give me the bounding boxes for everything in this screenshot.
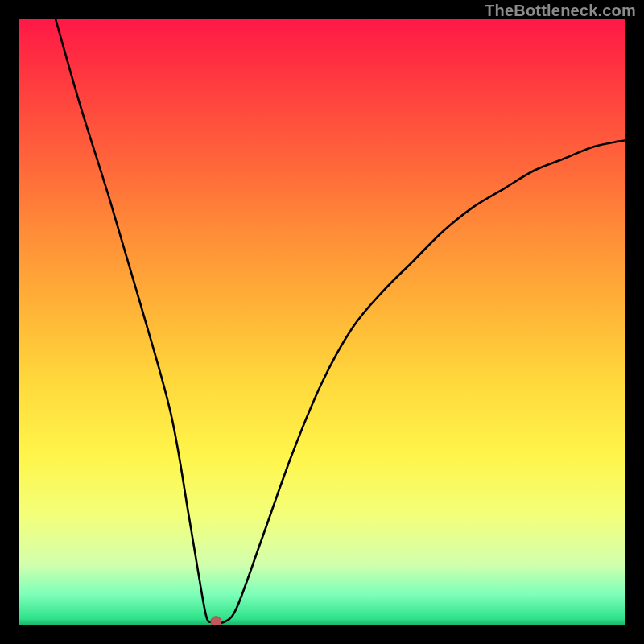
line-chart-svg <box>19 19 625 625</box>
plot-area <box>19 19 625 625</box>
chart-frame: TheBottleneck.com <box>0 0 644 644</box>
bottleneck-curve-path <box>56 19 625 623</box>
watermark-text: TheBottleneck.com <box>485 2 636 20</box>
minimum-marker <box>211 617 221 625</box>
